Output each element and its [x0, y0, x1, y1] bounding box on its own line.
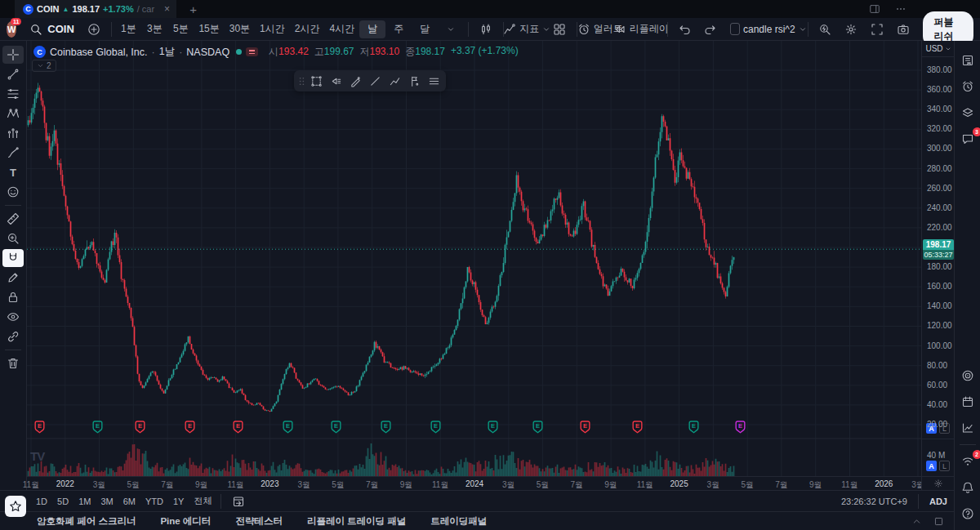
layout-checkbox[interactable]	[730, 23, 740, 35]
interval-button-3[interactable]: 5분	[167, 20, 194, 38]
chart-pane[interactable]: C Coinbase Global, Inc. · 1날 · NASDAQ 시1…	[27, 41, 921, 476]
log-scale-button[interactable]: L	[939, 461, 950, 471]
earnings-marker-icon[interactable]: E	[688, 421, 699, 434]
tool-help[interactable]	[957, 505, 978, 523]
tool-bell[interactable]	[957, 479, 978, 497]
range-button-1Y[interactable]: 1Y	[168, 494, 189, 509]
earnings-marker-icon[interactable]: E	[185, 421, 195, 434]
earnings-marker-icon[interactable]: E	[632, 421, 643, 434]
new-tab-button[interactable]: +	[189, 2, 197, 16]
range-button-6M[interactable]: 6M	[118, 494, 140, 509]
clock-timezone[interactable]: 23:26:32 UTC+9	[841, 497, 907, 506]
tool-ideas[interactable]	[957, 419, 978, 437]
earnings-marker-icon[interactable]: E	[233, 421, 243, 434]
auto-scale-button[interactable]: A	[926, 461, 937, 471]
tool-drawing-pencil[interactable]	[2, 269, 24, 287]
range-button-3M[interactable]: 3M	[96, 494, 118, 509]
favorites-star-button[interactable]	[5, 496, 26, 517]
interval-button-6[interactable]: 1시간	[255, 20, 290, 38]
earnings-marker-icon[interactable]: E	[34, 421, 45, 434]
interval-button-11[interactable]: 달	[412, 20, 438, 38]
tool-fib-retracement[interactable]	[2, 85, 24, 103]
quick-search-button[interactable]	[812, 20, 838, 38]
chevron-up-icon[interactable]	[911, 516, 922, 527]
tool-lock-drawings[interactable]	[2, 288, 24, 306]
float-tool-cursor-lines[interactable]	[327, 72, 345, 90]
interval-dropdown-button[interactable]	[438, 20, 464, 38]
interval-button-4[interactable]: 15분	[194, 20, 224, 38]
hidden-indicators-chip[interactable]: 2	[32, 60, 56, 72]
time-axis[interactable]: 11월20223월5월7월9월11월20233월5월7월9월11월20243월5…	[27, 476, 921, 491]
legend-interval[interactable]: 1날	[159, 45, 175, 59]
tool-chat[interactable]: 3	[957, 130, 978, 148]
interval-button-7[interactable]: 2시간	[290, 20, 325, 38]
adj-toggle[interactable]: ADJ	[929, 497, 947, 506]
float-tool-pen[interactable]	[346, 72, 364, 90]
interval-button-1[interactable]: 1분	[115, 20, 141, 38]
indicator-templates-button[interactable]	[546, 20, 572, 38]
float-tool-polyline[interactable]	[385, 72, 403, 90]
tool-layers[interactable]	[957, 104, 978, 122]
earnings-marker-icon[interactable]: E	[381, 421, 391, 434]
legend-exchange[interactable]: NASDAQ	[186, 47, 229, 58]
tool-hide-drawings[interactable]	[2, 308, 24, 326]
earnings-marker-icon[interactable]: E	[283, 421, 293, 434]
footer-tab-2[interactable]: Pine 에디터	[160, 515, 211, 528]
range-button-1D[interactable]: 1D	[31, 494, 52, 509]
earnings-marker-icon[interactable]: E	[135, 421, 145, 434]
go-to-date-button[interactable]	[225, 492, 252, 510]
range-button-5D[interactable]: 5D	[52, 494, 74, 509]
tool-ruler[interactable]	[2, 210, 24, 228]
tool-scanner[interactable]	[957, 367, 978, 385]
earnings-marker-icon[interactable]: E	[430, 421, 441, 434]
earnings-marker-icon[interactable]: E	[580, 421, 590, 434]
tool-alert-clock[interactable]	[957, 78, 978, 96]
tool-magnet[interactable]	[2, 249, 24, 267]
fullscreen-button[interactable]	[864, 20, 890, 38]
interval-button-8[interactable]: 4시간	[324, 20, 359, 38]
tool-streams[interactable]: 2	[957, 452, 978, 470]
float-tool-marquee-select[interactable]	[307, 72, 325, 90]
earnings-marker-icon[interactable]: E	[92, 421, 103, 434]
tool-object-link[interactable]	[2, 327, 24, 345]
axis-settings-corner[interactable]	[921, 476, 954, 490]
layout-name-button[interactable]: candle rsi^2	[746, 20, 804, 38]
legend-symbol-title[interactable]: Coinbase Global, Inc.	[50, 47, 148, 58]
earnings-marker-icon[interactable]: E	[331, 421, 341, 434]
indicators-button[interactable]: 지표	[507, 20, 546, 38]
interval-button-2[interactable]: 3분	[141, 20, 167, 38]
interval-button-9[interactable]: 날	[359, 20, 385, 38]
redo-button[interactable]	[697, 20, 724, 38]
range-button-YTD[interactable]: YTD	[140, 494, 168, 509]
currency-dropdown[interactable]: USD	[922, 41, 955, 57]
footer-tab-4[interactable]: 리플레이 트레이딩 패널	[307, 515, 406, 528]
browser-tab[interactable]: C COIN ▲ 198.17 +1.73% / car ×	[15, 0, 176, 18]
tool-brush[interactable]	[2, 144, 24, 162]
range-button-전체[interactable]: 전체	[189, 492, 216, 510]
expand-panel-icon[interactable]	[933, 516, 944, 527]
earnings-marker-icon[interactable]: E	[488, 421, 498, 434]
close-tab-icon[interactable]: ×	[164, 3, 170, 15]
price-axis[interactable]: USD 40 M 198.17 05:33:27 A L A L 380.003…	[921, 41, 955, 476]
tool-text[interactable]: T	[2, 163, 24, 181]
range-button-1M[interactable]: 1M	[74, 494, 96, 509]
tool-xabcd-pattern[interactable]	[2, 105, 24, 122]
chart-type-button[interactable]	[473, 20, 499, 38]
earnings-marker-icon[interactable]: E	[532, 421, 543, 434]
pane-separator[interactable]	[922, 439, 955, 439]
snapshot-button[interactable]	[890, 20, 916, 38]
footer-tab-5[interactable]: 트레이딩패널	[430, 515, 487, 528]
tool-trash[interactable]	[2, 354, 24, 372]
float-tool-drag-handle[interactable]	[297, 72, 305, 90]
interval-button-5[interactable]: 30분	[225, 20, 255, 38]
earnings-marker-icon[interactable]: E	[735, 421, 746, 434]
tool-trend-line[interactable]	[2, 65, 24, 83]
tool-emoji[interactable]	[2, 183, 24, 201]
market-notice-icon[interactable]	[246, 47, 258, 56]
tool-calendar[interactable]	[957, 393, 978, 411]
symbol-search-button[interactable]: COIN	[23, 23, 81, 36]
float-tool-parallel-channel[interactable]	[425, 72, 443, 90]
footer-tab-3[interactable]: 전략테스터	[235, 515, 283, 528]
compare-add-button[interactable]	[81, 20, 107, 38]
footer-tab-1[interactable]: 암호화폐 페어 스크리너	[37, 515, 136, 528]
